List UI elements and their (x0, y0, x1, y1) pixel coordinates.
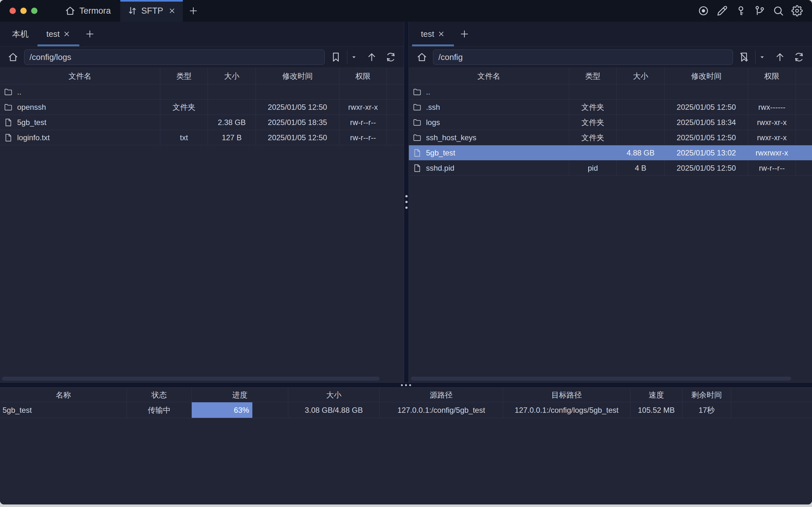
bookmark-button[interactable] (736, 50, 752, 64)
column-header[interactable]: 状态 (127, 388, 192, 402)
close-tab-icon[interactable] (63, 30, 70, 38)
file-row[interactable]: ssh_host_keys文件夹2025/01/05 12:50rwxr-xr-… (409, 130, 812, 145)
tab-local-machine[interactable]: 本机 (3, 21, 38, 46)
maximize-window-button[interactable] (31, 8, 38, 14)
scrollbar-thumb[interactable] (411, 377, 791, 381)
file-row[interactable]: 5gb_test4.88 GB2025/01/05 13:02rwxrwxr-x (409, 145, 812, 161)
close-window-button[interactable] (9, 8, 16, 14)
column-header[interactable]: 类型 (160, 68, 208, 84)
column-header[interactable]: 名称 (0, 388, 127, 402)
go-up-button[interactable] (364, 50, 380, 64)
chevron-down-icon (759, 54, 766, 61)
file-cell: rw-r--r-- (339, 115, 387, 130)
tab-sftp[interactable]: SFTP (120, 0, 183, 21)
file-row[interactable]: .. (409, 84, 812, 100)
gear-icon (791, 5, 803, 16)
column-header[interactable]: 文件名 (409, 68, 569, 84)
refresh-button[interactable] (791, 50, 807, 64)
column-header[interactable]: 速度 (631, 388, 683, 402)
scrollbar-thumb[interactable] (2, 377, 380, 381)
file-name: .ssh (426, 103, 440, 112)
home-button[interactable] (414, 50, 430, 64)
home-button[interactable] (5, 50, 21, 64)
column-header[interactable]: 大小 (617, 68, 665, 84)
transfer-splitter[interactable] (0, 382, 812, 388)
folder-icon (413, 118, 422, 127)
new-window-tab-button[interactable] (183, 0, 204, 21)
right-path-bar (409, 47, 812, 68)
column-header[interactable]: 权限 (748, 68, 796, 84)
file-cell (387, 100, 404, 115)
file-row[interactable]: .. (0, 84, 404, 100)
file-name: logs (426, 118, 440, 127)
file-cell: txt (160, 130, 208, 145)
bookmark-dropdown-button[interactable] (755, 50, 769, 64)
tab-termora-label: Termora (79, 6, 111, 16)
column-header[interactable]: 源路径 (380, 388, 503, 402)
left-new-tab-button[interactable] (79, 21, 100, 46)
file-name: .. (426, 88, 430, 97)
go-up-button[interactable] (772, 50, 788, 64)
file-table-header: 文件名类型大小修改时间权限所 (0, 68, 404, 84)
right-path-input[interactable] (433, 50, 733, 65)
file-cell (796, 100, 812, 115)
tab-termora[interactable]: Termora (56, 0, 119, 21)
search-button[interactable] (772, 5, 784, 17)
file-cell: rw-r--r-- (748, 161, 796, 175)
key-manager-button[interactable] (735, 5, 747, 17)
column-header[interactable]: 所 (387, 68, 404, 84)
file-row[interactable]: sshd.pidpid4 B2025/01/05 12:50rw-r--r-- (409, 161, 812, 176)
column-header[interactable]: 权限 (339, 68, 387, 84)
transfer-table-header: 名称状态进度大小源路径目标路径速度剩余时间 (0, 388, 812, 402)
file-name: 5gb_test (426, 149, 455, 157)
close-tab-icon[interactable] (437, 30, 445, 38)
file-name: .. (17, 88, 21, 97)
file-name-cell: .. (0, 84, 160, 99)
file-cell: rwxr-xr-x (748, 130, 796, 145)
transfer-table: 名称状态进度大小源路径目标路径速度剩余时间5gb_test传输中63%3.08 … (0, 388, 812, 418)
pane-splitter[interactable] (404, 21, 409, 382)
close-tab-icon[interactable] (168, 7, 176, 15)
file-name-cell: sshd.pid (409, 161, 569, 175)
file-row[interactable]: logs文件夹2025/01/05 18:34rwxr-xr-x (409, 115, 812, 130)
bookmark-slash-icon (739, 52, 750, 62)
column-header[interactable]: 修改时间 (665, 68, 748, 84)
bookmark-dropdown-button[interactable] (347, 50, 361, 64)
file-cell: 2025/01/05 18:34 (665, 115, 748, 130)
file-cell: pid (569, 161, 617, 175)
folder-icon (4, 103, 13, 112)
edit-button[interactable] (716, 5, 728, 17)
left-path-input[interactable] (24, 50, 325, 65)
file-row[interactable]: loginfo.txttxt127 B2025/01/05 12:50rw-r-… (0, 130, 404, 145)
tab-test-left[interactable]: test (38, 21, 79, 46)
column-header[interactable]: 进度 (192, 388, 288, 402)
file-cell: rw-r--r-- (339, 130, 387, 145)
file-row[interactable]: .ssh文件夹2025/01/05 12:50rwx------ (409, 100, 812, 115)
bookmark-button[interactable] (328, 50, 344, 64)
home-icon (8, 52, 18, 62)
file-cell (796, 84, 812, 99)
column-header-filler (731, 388, 812, 402)
file-row[interactable]: openssh文件夹2025/01/05 12:50rwxr-xr-x (0, 100, 404, 115)
tab-test-right[interactable]: test (412, 21, 454, 46)
refresh-button[interactable] (383, 50, 399, 64)
transfer-row[interactable]: 5gb_test传输中63%3.08 GB/4.88 GB127.0.0.1:/… (0, 402, 812, 418)
record-button[interactable] (697, 5, 709, 17)
column-header[interactable]: 大小 (288, 388, 380, 402)
column-header[interactable]: 大小 (208, 68, 256, 84)
file-row[interactable]: 5gb_test2.38 GB2025/01/05 18:35rw-r--r-- (0, 115, 404, 130)
right-new-tab-button[interactable] (454, 21, 475, 46)
column-header[interactable]: 剩余时间 (683, 388, 731, 402)
minimize-window-button[interactable] (20, 8, 27, 14)
column-header[interactable]: 所 (796, 68, 812, 84)
settings-button[interactable] (791, 5, 803, 17)
column-header[interactable]: 目标路径 (503, 388, 631, 402)
column-header[interactable]: 类型 (569, 68, 617, 84)
file-cell (748, 84, 796, 99)
transfer-arrows-icon (127, 6, 138, 16)
column-header[interactable]: 文件名 (0, 68, 160, 84)
column-header[interactable]: 修改时间 (256, 68, 339, 84)
right-pane-tabs: test (409, 21, 812, 47)
file-name-cell: .ssh (409, 100, 569, 115)
branch-button[interactable] (754, 5, 766, 17)
